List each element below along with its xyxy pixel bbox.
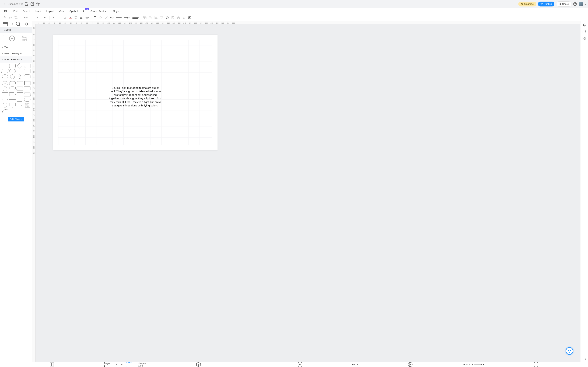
menu-file[interactable]: File — [4, 10, 8, 13]
back-icon[interactable] — [149, 16, 152, 19]
zoom-out-icon[interactable]: − — [472, 363, 473, 366]
shape-predef2[interactable] — [24, 69, 30, 73]
underline-icon[interactable]: U — [63, 16, 67, 19]
focus-label[interactable]: Focus — [352, 363, 358, 366]
shape-display[interactable] — [24, 75, 30, 78]
shape-term2[interactable] — [24, 98, 30, 101]
back-icon[interactable] — [2, 2, 6, 6]
effects-icon[interactable] — [165, 16, 169, 19]
text-section[interactable]: ▸Text — [0, 44, 32, 50]
shape-trap[interactable] — [24, 93, 31, 96]
star-icon[interactable] — [36, 2, 40, 6]
zoom-control[interactable]: 100%▾ − + — [462, 363, 484, 366]
play-icon[interactable] — [360, 362, 460, 367]
align-icon[interactable] — [80, 16, 83, 19]
shape-yes[interactable]: Yes — [2, 81, 8, 85]
menu-select[interactable]: Select — [23, 10, 30, 13]
line-style-icon[interactable] — [104, 16, 108, 19]
shape-arc[interactable] — [2, 109, 8, 113]
menu-search-feature[interactable]: Search Feature — [90, 10, 107, 13]
italic-icon[interactable]: I — [57, 16, 61, 19]
shape-diamond[interactable] — [17, 63, 23, 68]
search-icon[interactable] — [15, 21, 22, 27]
shape-doc[interactable] — [24, 64, 30, 68]
export-icon[interactable] — [30, 2, 34, 6]
shape-ellipse[interactable] — [2, 75, 8, 78]
format-painter-icon[interactable] — [14, 16, 18, 19]
fullscreen-icon[interactable] — [486, 362, 586, 367]
shape-offpage[interactable] — [17, 92, 23, 96]
bold-icon[interactable]: B — [52, 16, 55, 19]
shape-parallelogram[interactable] — [1, 69, 9, 73]
tools-icon[interactable] — [182, 16, 186, 19]
shape-storage[interactable] — [24, 86, 30, 90]
pages-icon[interactable] — [2, 362, 102, 367]
upgrade-button[interactable]: Upgrade — [518, 1, 536, 7]
shape-db[interactable] — [3, 86, 7, 91]
shape-cylinder[interactable] — [9, 81, 16, 85]
lock-icon[interactable] — [177, 16, 180, 19]
shape-hex[interactable] — [2, 98, 8, 101]
outline-panel-icon[interactable] — [582, 356, 586, 360]
chat-assistant-icon[interactable] — [566, 347, 573, 355]
page-select[interactable]: Page-1▾ — [104, 362, 119, 367]
avatar[interactable] — [579, 2, 583, 6]
account-menu-caret[interactable]: ▾ — [585, 3, 586, 5]
add-shapes-button[interactable]: Add Shapes — [8, 117, 25, 121]
shape-rect[interactable] — [2, 64, 8, 68]
panel-caret[interactable]: ⇵ — [12, 23, 13, 25]
distribute-icon[interactable] — [160, 16, 164, 19]
canvas-page[interactable]: So, like, self-managed teams are super c… — [53, 35, 217, 150]
font-size-select[interactable]: 12▾ — [41, 16, 47, 19]
zoom-slider[interactable] — [475, 364, 481, 365]
shape-delay[interactable] — [9, 92, 16, 96]
connector-icon[interactable]: ▾ — [110, 16, 113, 19]
basic-shapes-section[interactable]: ▸Basic Drawing Sh… — [0, 50, 32, 57]
export-panel-icon[interactable] — [582, 30, 586, 34]
preview-icon[interactable] — [188, 16, 191, 19]
shape-actor[interactable] — [18, 75, 22, 80]
font-select[interactable]: Arial▾ — [22, 16, 39, 19]
fill-panel-icon[interactable] — [582, 23, 586, 27]
front-icon[interactable] — [143, 16, 147, 19]
align-obj-icon[interactable] — [154, 16, 158, 19]
share-button[interactable]: Share — [556, 1, 571, 7]
shape-terminator[interactable] — [9, 69, 16, 73]
collapse-icon[interactable] — [23, 21, 30, 27]
menu-plugin[interactable]: Plugin — [112, 10, 119, 13]
publish-button[interactable]: Publish — [538, 1, 554, 7]
line-weight-icon[interactable]: ▾ — [132, 16, 139, 19]
canvas-text-block[interactable]: So, like, self-managed teams are super c… — [109, 86, 162, 107]
save-icon[interactable] — [25, 2, 28, 6]
shape-card[interactable] — [17, 81, 23, 85]
canvas-viewport[interactable]: So, like, self-managed teams are super c… — [35, 24, 580, 362]
shape-circle[interactable] — [10, 75, 15, 79]
menu-layout[interactable]: Layout — [46, 10, 54, 13]
menu-symbol[interactable]: Symbol — [69, 10, 78, 13]
crop-icon[interactable] — [171, 16, 175, 19]
shape-tape[interactable] — [2, 92, 8, 96]
shape-arrow[interactable] — [17, 103, 23, 108]
flowchart-section[interactable]: ▾Basic Flowchart S… — [0, 57, 32, 63]
collect-section[interactable]: ▾collect — [0, 27, 32, 33]
layers-icon[interactable] — [148, 362, 248, 367]
line-dash-icon[interactable]: ▾ — [116, 16, 122, 19]
add-page-icon[interactable]: + — [121, 363, 122, 367]
undo-icon[interactable] — [3, 16, 7, 19]
shape-connector[interactable] — [3, 103, 7, 108]
shape-roundrect[interactable] — [9, 64, 16, 68]
shape-manop[interactable] — [9, 86, 16, 90]
line-spacing-icon[interactable]: ▾ — [85, 16, 89, 19]
menu-insert[interactable]: Insert — [35, 10, 41, 13]
shape-note[interactable]: Drag the rule shapes to change the order… — [25, 103, 30, 108]
shape-line[interactable] — [9, 100, 16, 100]
text-color-icon[interactable]: A — [69, 16, 72, 19]
arrow-start-icon[interactable]: ▾ — [124, 16, 130, 19]
shape-predef[interactable] — [17, 69, 23, 73]
drag-here-dropzone[interactable]: Drag Here — [3, 35, 29, 42]
focus-target-icon[interactable] — [250, 362, 350, 367]
apps-panel-icon[interactable] — [582, 37, 586, 41]
shape-internal[interactable] — [24, 81, 30, 85]
zoom-in-icon[interactable]: + — [483, 363, 484, 366]
menu-ai[interactable]: AIhot — [83, 10, 85, 13]
